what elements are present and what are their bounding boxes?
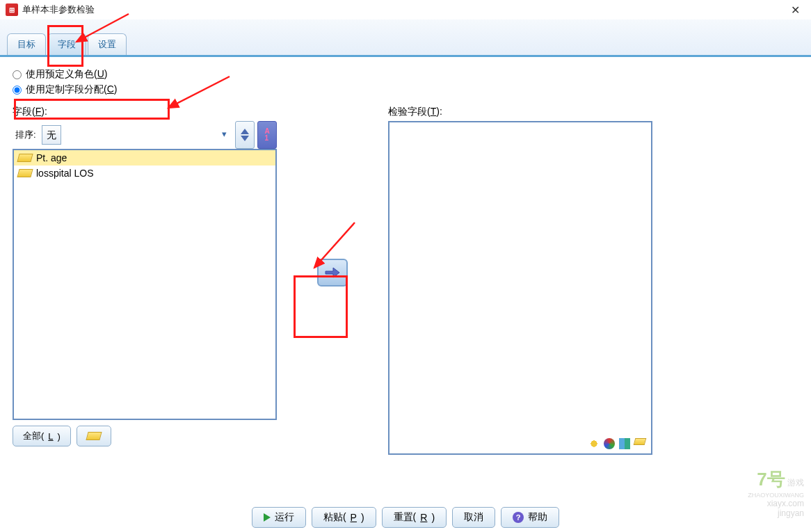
- measurement-icons: [588, 438, 645, 449]
- fields-panel: 字段(F): 排序: 无 A1 Pt. age: [13, 106, 277, 446]
- sort-spinner[interactable]: [235, 121, 255, 149]
- tab-fields[interactable]: 字段: [47, 33, 86, 55]
- content-area: 使用预定义角色(U) 使用定制字段分配(C) 字段(F): 排序: 无 A1: [0, 57, 811, 463]
- arrow-right-icon: [325, 266, 340, 279]
- scale-icon: [17, 154, 33, 162]
- sort-alpha-button[interactable]: A1: [257, 121, 277, 149]
- help-icon: ?: [513, 512, 524, 523]
- sort-select[interactable]: 无: [42, 125, 61, 145]
- fields-label: 字段(F):: [13, 106, 277, 118]
- dialog-footer: 运行 粘贴(P) 重置(R) 取消 ? 帮助: [0, 507, 811, 528]
- scale-icon: [17, 169, 33, 177]
- close-icon[interactable]: ✕: [785, 3, 805, 17]
- list-item[interactable]: Pt. age: [14, 150, 275, 166]
- watermark: 7号 游戏 ZHAOYOUXIWANG xiayx.com jingyan: [748, 467, 804, 518]
- run-button[interactable]: 运行: [252, 507, 306, 528]
- app-icon: ⊞: [6, 3, 18, 16]
- list-item[interactable]: losspital LOS: [14, 166, 275, 181]
- titlebar: ⊞ 单样本非参数检验 ✕: [0, 0, 811, 19]
- move-right-button[interactable]: [317, 259, 348, 287]
- cancel-button[interactable]: 取消: [452, 507, 495, 528]
- test-fields-panel: 检验字段(T):: [388, 106, 798, 455]
- test-fields-listbox[interactable]: [388, 121, 652, 455]
- radio-predefined-roles[interactable]: 使用预定义角色(U): [13, 68, 798, 81]
- radio-custom-fields[interactable]: 使用定制字段分配(C): [13, 83, 798, 96]
- filter-scale-button[interactable]: [77, 426, 111, 446]
- tab-strip: 目标 字段 设置: [0, 19, 811, 57]
- scale-icon: [86, 432, 102, 440]
- window-title: 单样本非参数检验: [22, 3, 785, 16]
- paste-button[interactable]: 粘贴(P): [312, 507, 376, 528]
- sort-label: 排序:: [13, 129, 39, 141]
- tab-settings[interactable]: 设置: [88, 33, 127, 55]
- test-fields-label: 检验字段(T):: [388, 106, 798, 118]
- tab-target[interactable]: 目标: [7, 33, 46, 55]
- fields-listbox[interactable]: Pt. age losspital LOS: [13, 149, 277, 420]
- reset-button[interactable]: 重置(R): [382, 507, 447, 528]
- play-icon: [264, 513, 271, 522]
- select-all-button[interactable]: 全部(L): [13, 426, 71, 446]
- help-button[interactable]: ? 帮助: [501, 507, 559, 528]
